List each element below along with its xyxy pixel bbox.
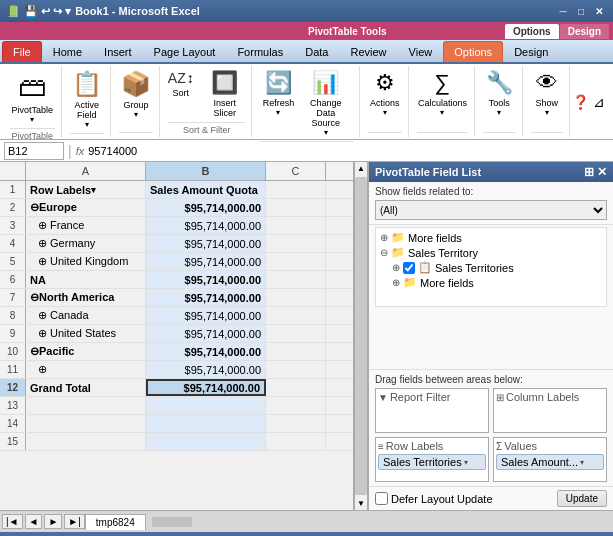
field-item-salesterritory[interactable]: ⊖ 📁 Sales Territory <box>376 245 606 260</box>
sheet-nav-last[interactable]: ►| <box>64 514 85 529</box>
calculations-arrow[interactable]: ▾ <box>440 108 444 117</box>
scroll-thumb[interactable] <box>355 177 367 495</box>
formula-input[interactable] <box>88 142 609 160</box>
show-fields-select[interactable]: (All) <box>375 200 607 220</box>
tab-review[interactable]: Review <box>339 41 397 62</box>
name-box[interactable] <box>4 142 64 160</box>
cell-b15[interactable] <box>146 433 266 450</box>
group-label-empty3 <box>368 132 402 135</box>
tab-data[interactable]: Data <box>294 41 339 62</box>
cell-b8[interactable]: $95,714,000.00 <box>146 307 266 324</box>
cell-b1[interactable]: Sales Amount Quota <box>146 181 266 198</box>
cell-a14[interactable] <box>26 415 146 432</box>
cell-b11[interactable]: $95,714,000.00 <box>146 361 266 378</box>
expand-ribbon-button[interactable]: ⊿ <box>593 94 605 110</box>
cell-a10[interactable]: ⊖Pacific <box>26 343 146 360</box>
actions-button[interactable]: ⚙ Actions ▾ <box>366 68 404 119</box>
minimize-button[interactable]: ─ <box>555 3 571 19</box>
update-button[interactable]: Update <box>557 490 607 507</box>
cell-a7[interactable]: ⊖North America <box>26 289 146 306</box>
panel-close-button[interactable]: ✕ <box>597 165 607 179</box>
field-label-salesterritory: Sales Territory <box>408 247 478 259</box>
refresh-button[interactable]: 🔄 Refresh ▾ <box>260 68 296 119</box>
cell-a13[interactable] <box>26 397 146 414</box>
chip-salesterritories[interactable]: Sales Territories ▾ <box>378 454 486 470</box>
tools-button[interactable]: 🔧 Tools ▾ <box>481 68 517 119</box>
sheet-nav-first[interactable]: |◄ <box>2 514 23 529</box>
cell-b6[interactable]: $95,714,000.00 <box>146 271 266 288</box>
refresh-arrow[interactable]: ▾ <box>276 108 280 117</box>
show-button[interactable]: 👁 Show ▾ <box>529 68 565 119</box>
cell-b14[interactable] <box>146 415 266 432</box>
activefield-arrow[interactable]: ▾ <box>85 120 89 129</box>
field-item-salesterritories[interactable]: ⊕ 📋 Sales Territories <box>376 260 606 275</box>
tab-design[interactable]: Design <box>503 41 559 62</box>
pivot-tab-options[interactable]: Options <box>505 24 559 39</box>
field-checkbox-salesterritories[interactable] <box>403 262 415 274</box>
tab-view[interactable]: View <box>398 41 444 62</box>
actions-arrow[interactable]: ▾ <box>383 108 387 117</box>
chip-salesamount[interactable]: Sales Amount... ▾ <box>496 454 604 470</box>
cell-b3[interactable]: $95,714,000.00 <box>146 217 266 234</box>
cell-b13[interactable] <box>146 397 266 414</box>
scroll-up-button[interactable]: ▲ <box>355 162 367 175</box>
tab-pagelayout[interactable]: Page Layout <box>143 41 227 62</box>
change-source-button[interactable]: 📊 Change DataSource ▾ <box>298 68 352 139</box>
cell-a2[interactable]: ⊖Europe <box>26 199 146 216</box>
cell-a4[interactable]: ⊕ Germany <box>26 235 146 252</box>
tools-arrow[interactable]: ▾ <box>497 108 501 117</box>
sheet-nav-prev[interactable]: ◄ <box>25 514 43 529</box>
col-header-c[interactable]: C <box>266 162 326 180</box>
chip-arrow-salesterritories[interactable]: ▾ <box>464 458 468 467</box>
sheet-nav-next[interactable]: ► <box>44 514 62 529</box>
tab-options[interactable]: Options <box>443 41 503 62</box>
panel-layout-button[interactable]: ⊞ <box>584 165 594 179</box>
refresh-label: Refresh <box>263 98 295 108</box>
col-header-b[interactable]: B <box>146 162 266 180</box>
chip-arrow-salesamount[interactable]: ▾ <box>580 458 584 467</box>
horizontal-scrollbar[interactable] <box>148 516 613 528</box>
field-item-morefields2[interactable]: ⊕ 📁 More fields <box>376 275 606 290</box>
help-button[interactable]: ❓ <box>572 94 589 110</box>
cell-a8[interactable]: ⊕ Canada <box>26 307 146 324</box>
cell-b9[interactable]: $95,714,000.00 <box>146 325 266 342</box>
cell-b7[interactable]: $95,714,000.00 <box>146 289 266 306</box>
sheet-tab-tmp6824[interactable]: tmp6824 <box>85 514 146 530</box>
scroll-thumb-h[interactable] <box>152 517 192 527</box>
sort-button[interactable]: AZ ↕ Sort <box>164 68 198 100</box>
pivottable-arrow[interactable]: ▾ <box>30 115 34 124</box>
group-button[interactable]: 📦 Group ▾ <box>117 68 155 121</box>
col-header-a[interactable]: A <box>26 162 146 180</box>
cell-b2[interactable]: $95,714,000.00 <box>146 199 266 216</box>
vertical-scrollbar[interactable]: ▲ ▼ <box>354 162 368 510</box>
tab-insert[interactable]: Insert <box>93 41 143 62</box>
field-item-morefields1[interactable]: ⊕ 📁 More fields <box>376 230 606 245</box>
tab-home[interactable]: Home <box>42 41 93 62</box>
pivot-tab-design[interactable]: Design <box>560 24 609 39</box>
cell-b12[interactable]: $95,714,000.00 <box>146 379 266 396</box>
insert-slicer-button[interactable]: 🔲 InsertSlicer <box>200 68 250 120</box>
maximize-button[interactable]: □ <box>573 3 589 19</box>
calculations-button[interactable]: ∑ Calculations ▾ <box>414 68 471 119</box>
close-button[interactable]: ✕ <box>591 3 607 19</box>
cell-b5[interactable]: $95,714,000.00 <box>146 253 266 270</box>
cell-a5[interactable]: ⊕ United Kingdom <box>26 253 146 270</box>
cell-b10[interactable]: $95,714,000.00 <box>146 343 266 360</box>
activefield-button[interactable]: 📋 ActiveField ▾ <box>68 68 106 131</box>
cell-a15[interactable] <box>26 433 146 450</box>
tab-formulas[interactable]: Formulas <box>226 41 294 62</box>
scroll-down-button[interactable]: ▼ <box>355 497 367 510</box>
show-arrow[interactable]: ▾ <box>545 108 549 117</box>
group-arrow[interactable]: ▾ <box>134 110 138 119</box>
cell-a1[interactable]: Row Labels ▾ <box>26 181 146 198</box>
cell-a6[interactable]: NA <box>26 271 146 288</box>
cell-a12[interactable]: Grand Total <box>26 379 146 396</box>
cell-a3[interactable]: ⊕ France <box>26 217 146 234</box>
cell-b4[interactable]: $95,714,000.00 <box>146 235 266 252</box>
cell-a9[interactable]: ⊕ United States <box>26 325 146 342</box>
tab-file[interactable]: File <box>2 41 42 62</box>
change-source-arrow[interactable]: ▾ <box>324 128 328 137</box>
pivottable-button[interactable]: 🗃 PivotTable ▾ <box>8 68 58 126</box>
cell-a11[interactable]: ⊕ <box>26 361 146 378</box>
defer-checkbox[interactable] <box>375 492 388 505</box>
